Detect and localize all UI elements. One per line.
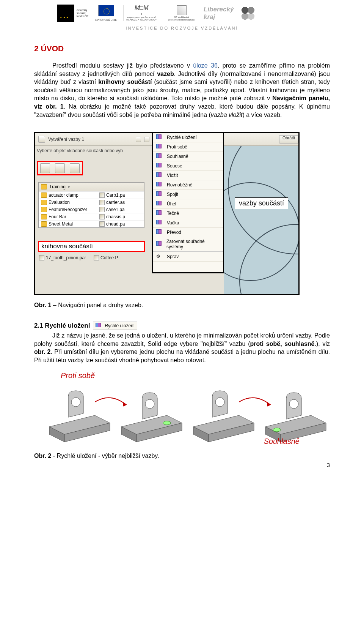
- svg-point-0: [71, 398, 80, 407]
- investice-tagline: INVESTICE DO ROZVOJE VZDĚLÁVÁNÍ: [34, 24, 330, 44]
- option-label: Vačka: [167, 220, 179, 226]
- txt: Prostředí modulu sestavy již bylo předst…: [52, 62, 193, 69]
- screenshot-navpanel: Vytváření vazby 1 0,00 mm Obrátit Vybert…: [34, 132, 300, 295]
- intro-paragraph: Prostředí modulu sestavy již bylo předst…: [34, 62, 330, 119]
- logo-esf: evropský sociální fond v ČR: [57, 5, 88, 22]
- hint-text: Vyberte objekt vkládané součásti nebo vy…: [37, 148, 123, 153]
- chevron-down-icon: ▾: [68, 185, 70, 189]
- option-label: Vložit: [167, 173, 178, 178]
- constraint-option[interactable]: Souose: [153, 161, 223, 171]
- kw-vazeb: vazeb: [157, 71, 174, 77]
- kw: proti sobě, souhlasně: [250, 341, 315, 347]
- library-row[interactable]: Four Barchassis.p: [39, 213, 144, 220]
- logo-msmt: MMT MINISTERSTVO ŠKOLSTVÍ, MLÁDEŽE A TĚL…: [124, 5, 159, 21]
- library-folder-header[interactable]: Training ▾: [39, 183, 144, 191]
- constraint-option[interactable]: Úhel: [153, 199, 223, 209]
- eu-text: EVROPSKÁ UNIE: [95, 19, 117, 22]
- constraint-icon: [156, 182, 164, 188]
- opvk-text: OP Vzdělávání pro konkurenceschopnost: [168, 16, 195, 21]
- figure-1: Vytváření vazby 1 0,00 mm Obrátit Vybert…: [34, 132, 330, 295]
- constraint-option[interactable]: Souhlasně: [153, 152, 223, 161]
- part-icon: [99, 221, 105, 227]
- part-icon: [99, 214, 105, 219]
- option-label: Spojit: [167, 192, 178, 197]
- kraj-text: Liberecký kraj: [204, 6, 234, 21]
- constraint-option[interactable]: Proti sobě: [153, 142, 223, 152]
- part-name: case1.pa: [106, 207, 125, 212]
- panel-icon-3[interactable]: [70, 163, 80, 173]
- quick-place-button[interactable]: Rychlé uložení: [93, 322, 137, 330]
- constraint-icon: [156, 134, 164, 140]
- link-uloze36[interactable]: úloze 36: [193, 62, 218, 69]
- part-name: chead.pa: [106, 221, 125, 227]
- flip-button[interactable]: Obrátit: [279, 135, 298, 144]
- toolbar-icon-1[interactable]: [38, 136, 45, 143]
- option-label: Rychlé uložení: [167, 135, 197, 140]
- filename[interactable]: Coffee P: [100, 255, 118, 260]
- txt: . Na obrázku je možné také pozorovat dru…: [34, 103, 330, 118]
- library-row[interactable]: actuator clampCarb1.pa: [39, 191, 144, 199]
- constraint-option[interactable]: Rovnoběžně: [153, 180, 223, 190]
- constraint-icon: [156, 191, 164, 197]
- fig-txt: - Rychlé uložení - výběr nejbližší vazby…: [51, 453, 159, 459]
- folder-name: Training: [49, 184, 66, 189]
- svg-point-1: [145, 399, 154, 409]
- library-panel: Training ▾ actuator clampCarb1.paEvaluat…: [38, 182, 144, 228]
- library-row[interactable]: Sheet Metalchead.pa: [39, 220, 144, 227]
- constraint-option[interactable]: Převod: [153, 228, 223, 237]
- panel-icon-2[interactable]: [55, 163, 65, 173]
- folder-icon: [41, 214, 47, 219]
- filename[interactable]: 17_tooth_pinion.par: [46, 255, 86, 260]
- logo-kraj: Liberecký kraj: [204, 6, 234, 21]
- fig-num: Obr. 2: [34, 453, 51, 459]
- svg-point-5: [273, 428, 281, 432]
- library-row[interactable]: FeatureRecognizercase1.pa: [39, 206, 144, 213]
- btn-label: Rychlé uložení: [105, 323, 135, 328]
- panel-icon-1[interactable]: [40, 163, 50, 173]
- option-label: Zarovnat souřadné systémy: [166, 239, 220, 249]
- header-logos: evropský sociální fond v ČR EVROPSKÁ UNI…: [34, 0, 330, 24]
- dd-tail[interactable]: Správ: [167, 254, 179, 259]
- constraint-option[interactable]: Zarovnat souřadné systémy: [153, 237, 223, 251]
- option-label: Souhlasně: [167, 154, 188, 159]
- fig2-label-left: Proti sobě: [61, 371, 95, 380]
- library-label-text: knihovna součástí: [41, 243, 93, 250]
- constraint-option[interactable]: Spojit: [153, 190, 223, 199]
- constraint-dropdown: Rychlé uloženíProti soběSouhlasněSouoseV…: [152, 133, 224, 273]
- figure-2: Proti sobě Souhlasně: [34, 370, 330, 450]
- library-row[interactable]: Evaluationcarrier.as: [39, 199, 144, 206]
- constraint-option[interactable]: Vložit: [153, 171, 223, 180]
- constraint-icon: [156, 201, 164, 207]
- folder-name: Four Bar: [49, 214, 66, 219]
- eu-flag-icon: [98, 5, 114, 16]
- constraint-option[interactable]: Rychlé uložení: [153, 133, 223, 142]
- page-number: 3: [34, 462, 330, 468]
- constraint-icon: [156, 220, 164, 226]
- part-name: carrier.as: [106, 200, 125, 205]
- txt: . Při umístění dílu jen vybereme jednu p…: [34, 349, 330, 363]
- svg-point-4: [289, 399, 298, 409]
- constraint-icon: [156, 241, 163, 247]
- option-label: Úhel: [167, 201, 176, 207]
- constraint-option[interactable]: Tečně: [153, 209, 223, 218]
- tb-icon[interactable]: [144, 137, 149, 142]
- part-name: chassis.p: [106, 214, 125, 219]
- part-icon: [94, 255, 99, 260]
- folder-icon: [41, 207, 47, 212]
- option-label: Převod: [167, 230, 181, 235]
- toolbar-title: Vytváření vazby 1: [48, 137, 84, 142]
- tb-icon[interactable]: [136, 137, 141, 142]
- fig-txt: – Navigační panel a druhy vazeb.: [51, 302, 143, 308]
- subsection-title: 2.1 Rychlé uložení: [34, 322, 90, 330]
- option-label: Souose: [167, 163, 182, 169]
- option-label: Tečně: [167, 211, 179, 216]
- folder-icon: [41, 221, 47, 227]
- logo-eu: EVROPSKÁ UNIE: [95, 5, 117, 22]
- fig2-label-right: Souhlasně: [264, 437, 300, 446]
- constraint-icon: [156, 210, 164, 216]
- folder-icon: [41, 184, 47, 189]
- kw: obr. 2: [34, 349, 51, 355]
- constraint-option[interactable]: Vačka: [153, 218, 223, 228]
- kw-knihovny: knihovny součástí: [98, 79, 152, 85]
- part-icon: [39, 255, 44, 260]
